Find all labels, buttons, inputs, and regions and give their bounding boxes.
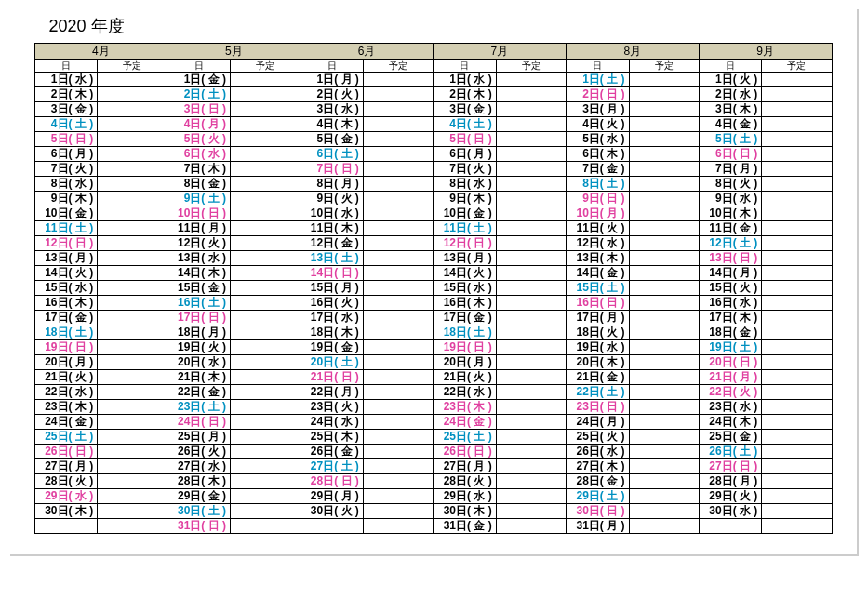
subheader-plan: 予定 [496, 60, 566, 73]
plan-cell [762, 266, 832, 281]
day-cell: 7日( 火 ) [433, 162, 496, 177]
table-row: 12日( 日 )12日( 火 )12日( 金 )12日( 日 )12日( 水 )… [34, 236, 832, 251]
plan-cell [762, 162, 832, 177]
plan-cell [98, 400, 167, 415]
day-cell: 18日( 火 ) [566, 325, 629, 340]
day-cell: 10日( 木 ) [699, 206, 762, 221]
day-cell: 3日( 日 ) [167, 102, 231, 117]
day-cell: 21日( 金 ) [566, 370, 629, 385]
day-cell: 31日( 月 ) [566, 519, 629, 534]
day-cell: 2日( 日 ) [566, 87, 629, 102]
plan-cell [98, 281, 167, 296]
plan-cell [98, 459, 167, 474]
day-cell: 11日( 金 ) [699, 221, 762, 236]
plan-cell [363, 87, 433, 102]
table-row: 11日( 土 )11日( 月 )11日( 木 )11日( 土 )11日( 火 )… [34, 221, 832, 236]
day-cell: 1日( 水 ) [34, 73, 98, 87]
subheader-day: 日 [34, 60, 98, 73]
plan-cell [629, 221, 699, 236]
day-cell [300, 519, 364, 534]
plan-cell [629, 192, 699, 206]
plan-cell [496, 87, 566, 102]
table-row: 19日( 日 )19日( 火 )19日( 金 )19日( 日 )19日( 水 )… [34, 340, 832, 355]
plan-cell [231, 311, 300, 325]
day-cell: 9日( 木 ) [433, 192, 496, 206]
plan-cell [496, 296, 566, 311]
plan-cell [231, 519, 300, 534]
day-cell: 21日( 木 ) [167, 370, 231, 385]
plan-cell [629, 206, 699, 221]
day-cell: 20日( 日 ) [699, 355, 762, 370]
day-cell: 4日( 月 ) [167, 117, 231, 132]
day-cell: 15日( 月 ) [300, 281, 364, 296]
day-cell: 17日( 月 ) [566, 311, 629, 325]
plan-cell [363, 311, 433, 325]
plan-cell [98, 415, 167, 430]
plan-cell [98, 177, 167, 192]
day-cell: 15日( 土 ) [566, 281, 629, 296]
day-cell: 7日( 日 ) [300, 162, 364, 177]
plan-cell [496, 504, 566, 519]
plan-cell [496, 147, 566, 162]
day-cell: 28日( 木 ) [167, 474, 231, 489]
plan-cell [231, 162, 300, 177]
month-header: 7月 [433, 44, 566, 60]
plan-cell [629, 117, 699, 132]
day-cell: 23日( 木 ) [433, 400, 496, 415]
day-cell: 5日( 土 ) [699, 132, 762, 147]
day-cell: 19日( 日 ) [433, 340, 496, 355]
plan-cell [762, 87, 832, 102]
plan-cell [231, 474, 300, 489]
plan-cell [231, 355, 300, 370]
calendar-body: 1日( 水 )1日( 金 )1日( 月 )1日( 水 )1日( 土 )1日( 火… [34, 73, 832, 534]
plan-cell [363, 489, 433, 504]
plan-cell [629, 102, 699, 117]
plan-cell [363, 370, 433, 385]
plan-cell [363, 325, 433, 340]
day-cell: 16日( 土 ) [167, 296, 231, 311]
day-cell: 3日( 水 ) [300, 102, 364, 117]
day-cell: 30日( 日 ) [566, 504, 629, 519]
table-row: 3日( 金 )3日( 日 )3日( 水 )3日( 金 )3日( 月 )3日( 木… [34, 102, 832, 117]
day-cell: 23日( 木 ) [34, 400, 98, 415]
day-cell: 15日( 水 ) [34, 281, 98, 296]
day-cell: 24日( 月 ) [566, 415, 629, 430]
day-cell: 8日( 水 ) [34, 177, 98, 192]
plan-cell [762, 415, 832, 430]
plan-cell [363, 147, 433, 162]
day-cell: 15日( 水 ) [433, 281, 496, 296]
table-row: 26日( 日 )26日( 火 )26日( 金 )26日( 日 )26日( 水 )… [34, 445, 832, 459]
day-cell: 9日( 木 ) [34, 192, 98, 206]
day-cell: 8日( 火 ) [699, 177, 762, 192]
day-cell: 6日( 水 ) [167, 147, 231, 162]
plan-cell [231, 489, 300, 504]
plan-cell [762, 102, 832, 117]
day-cell: 28日( 日 ) [300, 474, 364, 489]
day-cell: 26日( 金 ) [300, 445, 364, 459]
plan-cell [98, 519, 167, 534]
plan-cell [762, 445, 832, 459]
day-cell: 20日( 月 ) [433, 355, 496, 370]
day-cell: 29日( 金 ) [167, 489, 231, 504]
day-cell: 28日( 金 ) [566, 474, 629, 489]
day-cell: 17日( 金 ) [433, 311, 496, 325]
plan-cell [496, 340, 566, 355]
day-cell: 7日( 金 ) [566, 162, 629, 177]
day-cell: 20日( 木 ) [566, 355, 629, 370]
day-cell: 28日( 火 ) [34, 474, 98, 489]
plan-cell [629, 445, 699, 459]
table-row: 7日( 火 )7日( 木 )7日( 日 )7日( 火 )7日( 金 )7日( 月… [34, 162, 832, 177]
day-cell: 13日( 土 ) [300, 251, 364, 266]
plan-cell [496, 177, 566, 192]
plan-cell [629, 340, 699, 355]
plan-cell [363, 192, 433, 206]
plan-cell [762, 400, 832, 415]
subheader-day: 日 [566, 60, 629, 73]
plan-cell [629, 489, 699, 504]
plan-cell [231, 430, 300, 445]
day-cell: 25日( 土 ) [34, 430, 98, 445]
plan-cell [496, 266, 566, 281]
plan-cell [363, 266, 433, 281]
table-row: 8日( 水 )8日( 金 )8日( 月 )8日( 水 )8日( 土 )8日( 火… [34, 177, 832, 192]
day-cell: 27日( 日 ) [699, 459, 762, 474]
